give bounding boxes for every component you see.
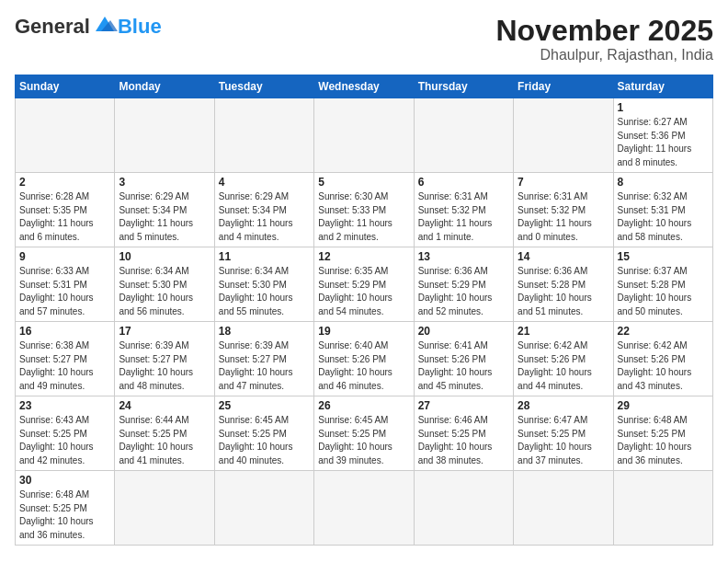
calendar-cell: 4Sunrise: 6:29 AMSunset: 5:34 PMDaylight… [214,173,313,247]
weekday-header-row: SundayMondayTuesdayWednesdayThursdayFrid… [16,75,713,98]
day-number: 11 [219,250,310,263]
calendar-cell: 21Sunrise: 6:42 AMSunset: 5:26 PMDayligh… [514,322,613,396]
day-number: 7 [518,176,609,189]
sun-info: Sunrise: 6:39 AMSunset: 5:27 PMDaylight:… [219,339,310,393]
calendar-cell [514,471,613,546]
calendar-cell: 11Sunrise: 6:34 AMSunset: 5:30 PMDayligh… [214,247,313,322]
day-number: 1 [618,101,709,114]
sun-info: Sunrise: 6:29 AMSunset: 5:34 PMDaylight:… [119,190,210,244]
sun-info: Sunrise: 6:36 AMSunset: 5:29 PMDaylight:… [418,265,509,318]
day-number: 9 [19,250,110,263]
calendar-week-row: 2Sunrise: 6:28 AMSunset: 5:35 PMDaylight… [16,173,713,247]
sun-info: Sunrise: 6:48 AMSunset: 5:25 PMDaylight:… [618,414,709,467]
day-number: 16 [19,325,110,338]
day-number: 2 [19,176,110,189]
calendar-cell: 2Sunrise: 6:28 AMSunset: 5:35 PMDaylight… [16,173,115,247]
calendar-cell: 18Sunrise: 6:39 AMSunset: 5:27 PMDayligh… [214,322,313,396]
day-number: 6 [418,176,509,189]
sun-info: Sunrise: 6:44 AMSunset: 5:25 PMDaylight:… [119,414,210,467]
weekday-header-monday: Monday [115,75,214,98]
sun-info: Sunrise: 6:27 AMSunset: 5:36 PMDaylight:… [618,116,709,169]
day-number: 4 [219,176,310,189]
calendar-week-row: 23Sunrise: 6:43 AMSunset: 5:25 PMDayligh… [16,396,713,471]
sun-info: Sunrise: 6:35 AMSunset: 5:29 PMDaylight:… [318,265,409,318]
calendar-week-row: 1Sunrise: 6:27 AMSunset: 5:36 PMDaylight… [16,98,713,173]
calendar-cell: 20Sunrise: 6:41 AMSunset: 5:26 PMDayligh… [414,322,513,396]
logo-general-text: General [15,15,90,39]
day-number: 5 [318,176,409,189]
sun-info: Sunrise: 6:41 AMSunset: 5:26 PMDaylight:… [418,339,509,393]
weekday-header-sunday: Sunday [16,75,115,98]
day-number: 22 [618,325,709,338]
day-number: 20 [418,325,509,338]
logo-icon [92,15,118,35]
title-block: November 2025 Dhaulpur, Rajasthan, India [495,15,713,63]
calendar-cell [214,471,313,546]
calendar-week-row: 9Sunrise: 6:33 AMSunset: 5:31 PMDaylight… [16,247,713,322]
calendar-cell: 14Sunrise: 6:36 AMSunset: 5:28 PMDayligh… [514,247,613,322]
calendar-cell: 30Sunrise: 6:48 AMSunset: 5:25 PMDayligh… [16,471,115,546]
weekday-header-saturday: Saturday [613,75,712,98]
sun-info: Sunrise: 6:28 AMSunset: 5:35 PMDaylight:… [19,190,110,244]
calendar-cell: 7Sunrise: 6:31 AMSunset: 5:32 PMDaylight… [514,173,613,247]
calendar-cell [314,471,414,546]
sun-info: Sunrise: 6:34 AMSunset: 5:30 PMDaylight:… [119,265,210,318]
day-number: 29 [618,399,709,412]
weekday-header-tuesday: Tuesday [214,75,313,98]
day-number: 18 [219,325,310,338]
page-header: General Blue November 2025 Dhaulpur, Raj… [15,15,713,63]
calendar-cell: 27Sunrise: 6:46 AMSunset: 5:25 PMDayligh… [414,396,513,471]
day-number: 8 [618,176,709,189]
sun-info: Sunrise: 6:38 AMSunset: 5:27 PMDaylight:… [19,339,110,393]
calendar-week-row: 16Sunrise: 6:38 AMSunset: 5:27 PMDayligh… [16,322,713,396]
calendar-cell [613,471,712,546]
calendar-week-row: 30Sunrise: 6:48 AMSunset: 5:25 PMDayligh… [16,471,713,546]
sun-info: Sunrise: 6:47 AMSunset: 5:25 PMDaylight:… [518,414,609,467]
sun-info: Sunrise: 6:45 AMSunset: 5:25 PMDaylight:… [318,414,409,467]
calendar-cell [314,98,414,173]
calendar-cell: 6Sunrise: 6:31 AMSunset: 5:32 PMDaylight… [414,173,513,247]
logo: General Blue [15,15,162,39]
sun-info: Sunrise: 6:39 AMSunset: 5:27 PMDaylight:… [119,339,210,393]
calendar-cell: 8Sunrise: 6:32 AMSunset: 5:31 PMDaylight… [613,173,712,247]
day-number: 26 [318,399,409,412]
sun-info: Sunrise: 6:36 AMSunset: 5:28 PMDaylight:… [518,265,609,318]
calendar-cell: 1Sunrise: 6:27 AMSunset: 5:36 PMDaylight… [613,98,712,173]
day-number: 24 [119,399,210,412]
calendar-cell: 25Sunrise: 6:45 AMSunset: 5:25 PMDayligh… [214,396,313,471]
calendar-cell [514,98,613,173]
calendar-cell: 9Sunrise: 6:33 AMSunset: 5:31 PMDaylight… [16,247,115,322]
day-number: 14 [518,250,609,263]
sun-info: Sunrise: 6:34 AMSunset: 5:30 PMDaylight:… [219,265,310,318]
day-number: 15 [618,250,709,263]
weekday-header-friday: Friday [514,75,613,98]
calendar-cell [414,471,513,546]
calendar-cell [414,98,513,173]
sun-info: Sunrise: 6:40 AMSunset: 5:26 PMDaylight:… [318,339,409,393]
day-number: 21 [518,325,609,338]
month-title: November 2025 [495,15,713,47]
day-number: 10 [119,250,210,263]
calendar-cell: 24Sunrise: 6:44 AMSunset: 5:25 PMDayligh… [115,396,214,471]
calendar-cell: 5Sunrise: 6:30 AMSunset: 5:33 PMDaylight… [314,173,414,247]
calendar-cell [115,471,214,546]
calendar-cell: 22Sunrise: 6:42 AMSunset: 5:26 PMDayligh… [613,322,712,396]
sun-info: Sunrise: 6:45 AMSunset: 5:25 PMDaylight:… [219,414,310,467]
calendar-cell: 15Sunrise: 6:37 AMSunset: 5:28 PMDayligh… [613,247,712,322]
sun-info: Sunrise: 6:30 AMSunset: 5:33 PMDaylight:… [318,190,409,244]
day-number: 25 [219,399,310,412]
calendar-table: SundayMondayTuesdayWednesdayThursdayFrid… [15,75,713,546]
calendar-cell [16,98,115,173]
calendar-cell: 29Sunrise: 6:48 AMSunset: 5:25 PMDayligh… [613,396,712,471]
sun-info: Sunrise: 6:29 AMSunset: 5:34 PMDaylight:… [219,190,310,244]
logo-blue-text: Blue [118,15,162,39]
day-number: 28 [518,399,609,412]
day-number: 12 [318,250,409,263]
sun-info: Sunrise: 6:48 AMSunset: 5:25 PMDaylight:… [19,488,110,542]
location-text: Dhaulpur, Rajasthan, India [495,47,713,63]
day-number: 13 [418,250,509,263]
calendar-cell: 26Sunrise: 6:45 AMSunset: 5:25 PMDayligh… [314,396,414,471]
sun-info: Sunrise: 6:46 AMSunset: 5:25 PMDaylight:… [418,414,509,467]
day-number: 17 [119,325,210,338]
sun-info: Sunrise: 6:33 AMSunset: 5:31 PMDaylight:… [19,265,110,318]
